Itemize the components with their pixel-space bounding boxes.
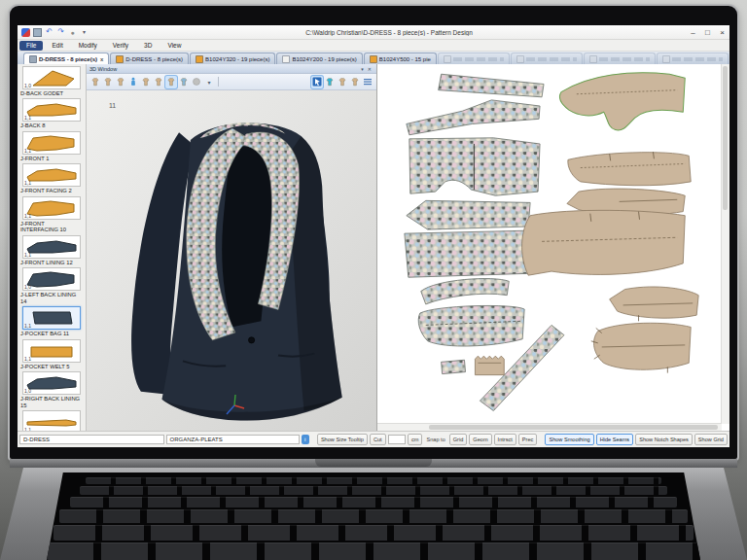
document-tab-0[interactable]: D-DRESS - 8 piece(s)x [23, 52, 109, 64]
menu-item-view[interactable]: View [160, 41, 188, 51]
pattern-piece[interactable] [439, 74, 544, 97]
snap-option-intrsct[interactable]: Intrsct [494, 434, 516, 445]
fabric-name-field[interactable]: ORGANZA-PLEATS [166, 435, 300, 444]
app-logo-icon [21, 28, 30, 37]
fabric-info-icon[interactable]: i [302, 435, 309, 444]
piece-list-item[interactable]: 1,1J-FRONT LINING 12 [18, 235, 86, 266]
piece-list-item[interactable]: 1,1J-POCKET WELT 5 [18, 339, 86, 370]
pattern-piece[interactable] [418, 305, 524, 346]
document-tab-ghost[interactable] [511, 52, 583, 64]
snap-option-prec[interactable]: Prec [518, 434, 538, 445]
document-tab-1[interactable]: D-DRESS - 8 piece(s) [110, 52, 189, 64]
piece-thumbnail[interactable]: 1,0 [22, 66, 81, 89]
garment-icon[interactable] [337, 76, 348, 88]
piece-list-item[interactable]: 1,1J-POCKET BAG 11 [18, 306, 86, 337]
document-tab-2[interactable]: B1024Y320 - 19 piece(s) [190, 52, 275, 64]
piece-list-item[interactable]: 1,1 [18, 410, 86, 431]
toggle-show-smoothing[interactable]: Show Smoothing [545, 434, 593, 445]
garment-icon[interactable] [178, 76, 190, 88]
close-button[interactable]: × [715, 28, 729, 37]
piece-list-item[interactable]: 1,1J-FRONT 1 [18, 131, 86, 162]
minimize-button[interactable]: – [686, 28, 700, 37]
pattern-piece[interactable] [568, 153, 691, 186]
style-name-field[interactable]: D-DRESS [19, 435, 164, 444]
skirt-icon[interactable] [115, 76, 126, 88]
pattern-piece[interactable] [610, 287, 698, 318]
snap-option-geom[interactable]: Geom [469, 434, 491, 445]
panel-3d-header[interactable]: 3D Window ▾ ✕ [87, 64, 376, 74]
garment-icon[interactable] [140, 76, 152, 88]
pattern-piece[interactable] [405, 230, 534, 277]
garment-icon[interactable] [349, 76, 361, 88]
document-tab-3[interactable]: B1024Y200 - 19 piece(s) [276, 52, 362, 64]
piece-list-item[interactable]: 1,1J-FRONT INTERFACING 10 [18, 196, 86, 234]
sphere-icon[interactable] [191, 76, 202, 88]
piece-thumbnail[interactable]: 1,1 [22, 163, 81, 187]
show-size-tooltip-button[interactable]: Show Size Tooltip [317, 434, 368, 445]
panel-2d-pattern[interactable] [377, 64, 729, 431]
document-tab-ghost[interactable] [657, 52, 729, 64]
menu-item-modify[interactable]: Modify [72, 41, 104, 51]
save-icon[interactable] [33, 28, 42, 37]
vertical-scrollbar[interactable] [721, 64, 729, 424]
piece-list-item[interactable]: 1,0J-LEFT BACK LINING 14 [18, 267, 86, 305]
pattern-piece[interactable] [475, 356, 504, 374]
unit-button[interactable]: cm [408, 434, 422, 445]
garment-pair-icon[interactable] [165, 76, 177, 88]
options-icon[interactable]: ● [68, 28, 77, 37]
dropdown-icon[interactable]: ▾ [203, 76, 215, 88]
piece-thumbnail[interactable]: 1,1 [22, 339, 81, 363]
piece-thumbnail[interactable]: 1,0 [22, 267, 81, 291]
menu-lines-icon[interactable] [362, 76, 374, 88]
document-tab-ghost[interactable] [584, 52, 656, 64]
undo-icon[interactable]: ↶ [45, 28, 53, 37]
garment-3d-render[interactable] [87, 90, 376, 431]
piece-list-item[interactable]: 1,0D-BACK GODET [18, 66, 86, 97]
piece-thumbnail[interactable]: 1,1 [22, 196, 81, 220]
piece-list-item[interactable]: 1,0J-RIGHT BACK LINING 15 [18, 371, 86, 409]
avatar-icon[interactable] [89, 76, 101, 88]
menu-item-edit[interactable]: Edit [45, 41, 69, 51]
menu-item-3d[interactable]: 3D [137, 41, 159, 51]
toggle-hide-seams[interactable]: Hide Seams [596, 434, 633, 445]
select-garment-icon[interactable] [311, 76, 323, 88]
pattern-piece[interactable] [407, 200, 530, 229]
avatar-icon[interactable] [102, 76, 114, 88]
chevron-down-icon[interactable]: ▾ [80, 28, 89, 37]
pattern-piece[interactable] [409, 138, 540, 195]
window-title: C:\Waldrip Christian\D-DRESS - 8 piece(s… [92, 29, 686, 36]
piece-thumbnail[interactable]: 1,0 [22, 371, 81, 395]
toggle-show-grid[interactable]: Show Grid [694, 434, 728, 445]
pattern-piece[interactable] [559, 73, 685, 130]
horizontal-scrollbar[interactable] [377, 423, 722, 431]
pattern-canvas[interactable] [377, 64, 729, 431]
cut-button[interactable]: Cut [370, 434, 386, 445]
document-tab-ghost[interactable] [438, 52, 510, 64]
menu-item-verify[interactable]: Verify [106, 41, 135, 51]
panel-close-icon[interactable]: ✕ [366, 66, 374, 72]
redo-icon[interactable]: ↷ [56, 28, 65, 37]
mannequin-icon[interactable] [127, 76, 139, 88]
toggle-show-notch-shapes[interactable]: Show Notch Shapes [635, 434, 693, 445]
piece-thumbnail[interactable]: 1,1 [22, 98, 81, 122]
pattern-piece[interactable] [442, 360, 466, 373]
document-tab-4[interactable]: B1024Y500 - 15 pie [364, 52, 437, 64]
maximize-button[interactable]: □ [700, 28, 715, 37]
garment-icon[interactable] [153, 76, 164, 88]
piece-list-item[interactable]: 1,1J-BACK 8 [18, 98, 86, 129]
piece-thumbnail[interactable]: 1,1 [22, 131, 81, 155]
tab-label: B1024Y200 - 19 piece(s) [292, 56, 356, 62]
tab-close-icon[interactable]: x [100, 56, 103, 62]
cut-value-input[interactable] [388, 435, 406, 444]
pattern-piece[interactable] [407, 100, 540, 135]
menu-item-file[interactable]: File [19, 41, 43, 51]
viewport-3d[interactable]: 11 [87, 90, 376, 431]
pattern-piece[interactable] [522, 210, 686, 275]
piece-thumbnail[interactable]: 1,1 [22, 235, 81, 259]
snap-option-grid[interactable]: Grid [449, 434, 468, 445]
garment-icon[interactable] [324, 76, 336, 88]
pattern-piece[interactable] [421, 279, 510, 304]
piece-thumbnail[interactable]: 1,1 [22, 306, 81, 330]
piece-list-item[interactable]: 1,1J-FRONT FACING 2 [18, 163, 86, 194]
piece-thumbnail[interactable]: 1,1 [22, 410, 81, 431]
